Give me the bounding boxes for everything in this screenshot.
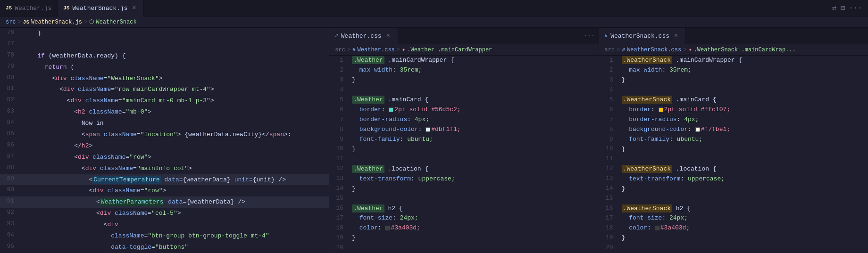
line-code [618,243,868,253]
line-number: 9 [329,135,348,145]
bc3-file: WeatherSnack.css [627,47,681,53]
code-line-85: 85 <span className="location"> {weatherD… [0,129,329,140]
line-code: } [348,184,598,194]
tab-weathercss[interactable]: # Weather.css × [329,28,398,44]
bc2-symbol-icon: ✦ [402,46,405,53]
line-number: 10 [599,144,618,154]
line-code: font-family: ubuntu; [348,135,598,145]
css-line-3: 3 } [329,75,598,85]
line-code: } [618,233,868,243]
line-number: 78 [0,50,19,62]
css-weather-code-area[interactable]: 1 .Weather .mainCardWrapper { 2 max-widt… [329,56,598,253]
line-number: 4 [329,85,348,95]
code-line-76: 76 } [0,28,329,39]
line-code [19,39,329,50]
code-line-93: 93 <div [0,219,329,230]
css-line-18: 18 color: #3a403d; [329,223,598,233]
css-weathersnack-code-area[interactable]: 1 .WeatherSnack .mainCardWrapper { 2 max… [599,56,868,253]
line-number: 87 [0,152,19,163]
bc3-symbol-icon: ✦ [688,46,692,53]
css-line-5: 5 .Weather .mainCard { [329,95,598,105]
line-code: <h2 className="mb-0"> [19,106,329,118]
line-code: .WeatherSnack .location { [618,164,868,174]
line-code [618,154,868,164]
css-line-14: 14 } [599,184,868,194]
panel3-tab-bar: # WeatherSnack.css × [599,28,868,44]
css-line-9: 9 font-family: ubuntu; [599,135,868,145]
line-code: <div className="col-5"> [19,208,329,219]
line-code: .Weather .mainCard { [348,95,598,105]
line-code: <span className="location"> {weatherData… [19,129,329,140]
line-code: max-width: 35rem; [348,65,598,75]
line-code: return ( [19,62,329,73]
line-number: 19 [329,233,348,243]
line-code: if (weatherData.ready) { [19,50,329,62]
line-code: } [19,28,329,39]
line-code: </h2> [19,140,329,152]
line-number: 3 [329,75,348,85]
css-line-12: 12 .WeatherSnack .location { [599,164,868,174]
editor-actions: ⇄ ⊟ ··· [826,3,868,13]
line-number: 2 [599,65,618,75]
code-line-95: 95 data-toggle="buttons" [0,242,329,253]
code-line-90: 90 <div className="row"> [0,185,329,196]
css-line-8: 8 background-color: #dbf1f1; [329,125,598,135]
tab-weathersnackjs[interactable]: JS WeatherSnack.js × [58,0,144,16]
css-icon: # [335,33,338,39]
line-code: <CurrentTemperature data={weatherData} u… [19,174,329,186]
line-code: Now in [19,118,329,129]
js-code-area[interactable]: 76 } 77 78 if (weatherData.ready) { 79 r… [0,28,329,253]
bc-component-icon: ⬡ [89,18,94,25]
line-number: 77 [0,39,19,50]
code-line-81: 81 <div className="row mainCardWrapper m… [0,84,329,95]
panel2-more[interactable]: ··· [580,33,598,40]
bc3-selector: .WeatherSnack .mainCardWrap... [694,47,796,53]
bc-js-icon: JS [23,19,29,25]
tab-weathersnackcss-label: WeatherSnack.css [610,33,669,40]
close-weathersnackcss[interactable]: × [672,32,680,40]
line-number: 1 [329,56,348,65]
layout-icon[interactable]: ⊟ [841,3,845,13]
css-line-4: 4 [329,85,598,95]
line-code: font-size: 24px; [618,213,868,223]
line-code: color: #3a403d; [618,223,868,233]
line-code [618,194,868,204]
line-number: 7 [599,115,618,125]
line-number: 20 [329,243,348,253]
css-line-6: 6 border: 2pt solid #56d5c2; [329,105,598,115]
code-line-77: 77 [0,39,329,50]
line-code: .Weather h2 { [348,204,598,213]
tab-weathersnackcss[interactable]: # WeatherSnack.css × [599,28,686,44]
line-code: <div className="row"> [19,152,329,163]
line-number: 7 [329,115,348,125]
css-line-9: 9 font-family: ubuntu; [329,135,598,145]
line-code: <div className="row mainCardWrapper mt-4… [19,84,329,95]
line-code: border: 2pt solid #ffc107; [618,105,868,115]
css-line-14: 14 } [329,184,598,194]
more-actions-icon[interactable]: ··· [849,4,862,12]
line-number: 14 [329,184,348,194]
line-number: 95 [0,242,19,253]
css-line-11: 11 [599,154,868,164]
css-line-3: 3 } [599,75,868,85]
line-code: .WeatherSnack .mainCardWrapper { [618,56,868,65]
line-code [618,85,868,95]
bc-src: src [6,19,16,25]
tab-weatherjs[interactable]: JS Weather.js [0,0,58,16]
editor-panels: 76 } 77 78 if (weatherData.ready) { 79 r… [0,28,868,253]
bc2-file: Weather.css [358,47,395,53]
code-line-79: 79 return ( [0,62,329,73]
close-weathercss[interactable]: × [384,32,392,40]
line-number: 83 [0,106,19,118]
css-line-6: 6 border: 2pt solid #ffc107; [599,105,868,115]
code-line-94: 94 className="btn-group btn-group-toggle… [0,230,329,242]
line-code: font-size: 24px; [348,213,598,223]
close-weathersnackjs[interactable]: × [130,4,138,12]
line-number: 19 [599,233,618,243]
line-number: 89 [0,174,19,186]
line-number: 90 [0,185,19,196]
line-code [348,194,598,204]
line-code [348,85,598,95]
split-editor-icon[interactable]: ⇄ [832,3,837,13]
line-number: 6 [599,105,618,115]
